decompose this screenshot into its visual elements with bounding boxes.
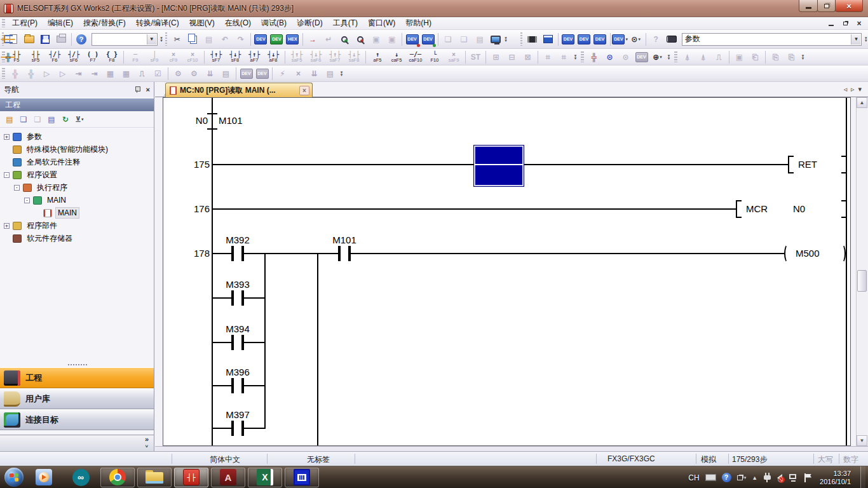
toolbar-overflow-icon[interactable]: ▾▾: [665, 50, 672, 64]
edit-row-icon[interactable]: ⊠: [520, 50, 535, 64]
or-rising-pulse-not-icon[interactable]: ┤↑├saF7: [326, 50, 344, 64]
horizontal-line-icon[interactable]: ─F9: [126, 50, 144, 64]
ladder-block-down-icon[interactable]: ⍋: [696, 50, 710, 64]
clear-icon[interactable]: ×: [291, 67, 306, 81]
tree-expander-icon[interactable]: +: [4, 134, 10, 140]
read-mode-icon[interactable]: ╬: [1, 57, 15, 58]
power-plug-icon[interactable]: [763, 473, 771, 482]
nav-new-icon[interactable]: ▤: [3, 113, 17, 126]
find-device-red-icon[interactable]: [353, 32, 367, 46]
taskbar-clock[interactable]: 13:37 2016/10/1: [820, 470, 851, 486]
horizontal-scrollbar[interactable]: [155, 446, 868, 451]
toolbar-overflow-icon[interactable]: ▾▾: [504, 32, 508, 46]
device-display-icon[interactable]: DEV: [634, 50, 649, 64]
redo-icon[interactable]: ↷: [233, 32, 248, 46]
show-desktop-button[interactable]: [860, 466, 865, 488]
window-cascade-icon[interactable]: ❏: [441, 32, 456, 46]
write-to-plc-icon[interactable]: DEV: [254, 32, 268, 46]
inline-st-icon[interactable]: ST: [468, 50, 483, 64]
list-view-icon[interactable]: ▤: [219, 67, 233, 81]
edit-column-icon[interactable]: ⊟: [505, 50, 519, 64]
timing-chart-icon[interactable]: ⎍: [135, 67, 149, 81]
tab-close-icon[interactable]: ×: [299, 86, 309, 95]
navigation-toggle-icon[interactable]: [1, 39, 15, 40]
taskbar-gxworks2[interactable]: ┤├: [174, 468, 208, 487]
tree-item-pou[interactable]: +程序部件: [0, 219, 154, 232]
menu-10[interactable]: 帮助(H): [400, 17, 437, 30]
tree-item-main-folder[interactable]: -MAIN: [0, 194, 154, 207]
sfc-block-icon[interactable]: ▦: [103, 67, 118, 81]
nav-copy-icon[interactable]: ❏: [17, 113, 31, 126]
invert-line-icon[interactable]: ─/─caF10: [407, 50, 424, 64]
menu-0[interactable]: 工程(P): [7, 17, 43, 30]
device-comment-icon[interactable]: DEV: [561, 32, 576, 46]
tree-item-program-setting[interactable]: -程序设置: [0, 168, 154, 181]
open-project-icon[interactable]: [22, 32, 37, 46]
network-icon[interactable]: [788, 473, 798, 482]
mdi-minimize-button[interactable]: [826, 18, 836, 28]
function-block-icon[interactable]: [525, 32, 539, 46]
sfc-sort-icon[interactable]: ▦: [119, 67, 133, 81]
tree-item-main-program[interactable]: +MAIN: [0, 207, 154, 219]
nav-filter-icon[interactable]: ⊻▾: [72, 113, 86, 126]
print-icon[interactable]: [54, 32, 69, 46]
delete-vline-icon[interactable]: ×cF10: [184, 50, 201, 64]
find-target-combo[interactable]: 参数▼: [682, 33, 862, 46]
nav-splitter[interactable]: [0, 362, 154, 367]
line-input-icon[interactable]: └F10: [426, 50, 444, 64]
statement-edit-icon[interactable]: ⌗: [557, 50, 571, 64]
find-binoculars-icon[interactable]: [665, 32, 679, 46]
partial-run2-icon[interactable]: ⇥: [87, 67, 102, 81]
watch-window-icon[interactable]: DEV▾: [613, 32, 627, 46]
toolbar-overflow-icon[interactable]: ▾▾: [159, 32, 164, 46]
close-contact-icon[interactable]: ┤/├F6: [46, 50, 64, 64]
vertical-scrollbar[interactable]: ▲ ▼: [856, 97, 867, 446]
nav-view-user-library[interactable]: 用户库: [0, 388, 154, 409]
tray-overflow-arrow[interactable]: ▲: [752, 475, 757, 481]
zoom-icon[interactable]: ⊕▾: [650, 50, 665, 64]
docking-icon[interactable]: ▤: [473, 32, 487, 46]
copy-icon[interactable]: [186, 32, 200, 46]
tool-b-icon[interactable]: ⚙: [187, 67, 201, 81]
branch-contact-m392[interactable]: [231, 246, 244, 261]
insert-rung-icon[interactable]: ╬: [8, 67, 22, 81]
device-batch-icon[interactable]: DEV: [593, 32, 607, 46]
help-icon[interactable]: ?: [74, 32, 89, 46]
delete-line-icon[interactable]: ×saF9: [445, 50, 463, 64]
check-program-icon[interactable]: ☑: [151, 67, 165, 81]
menu-1[interactable]: 编辑(E): [43, 17, 78, 30]
find-device-green-icon[interactable]: [337, 32, 351, 46]
monitor-mode2-icon[interactable]: ⊙: [602, 50, 617, 64]
undo-icon[interactable]: ↶: [217, 32, 232, 46]
nav-view-connection[interactable]: 连接目标: [0, 409, 154, 430]
stop-monitor-icon[interactable]: ↵: [321, 32, 336, 46]
tool-a-icon[interactable]: ⚙: [171, 67, 186, 81]
step-run-icon[interactable]: ▷: [39, 67, 54, 81]
invert-result-icon[interactable]: ↑aF5: [369, 50, 386, 64]
ladder-editor-canvas[interactable]: N0 M101 175 RET 176 MCR N0 178 M392M393M…: [163, 97, 851, 446]
keyboard-icon[interactable]: [705, 474, 716, 481]
start-button[interactable]: [3, 467, 25, 487]
menu-2[interactable]: 搜索/替换(F): [78, 17, 131, 30]
pin-icon[interactable]: [133, 86, 141, 93]
save-project-icon[interactable]: [38, 32, 53, 46]
tray-window-icon[interactable]: ▾: [737, 475, 747, 480]
device-test-icon[interactable]: DEV: [239, 67, 254, 81]
menu-7[interactable]: 诊断(D): [292, 17, 328, 30]
window-tile-icon[interactable]: ❏: [457, 32, 471, 46]
or-falling-pulse-icon[interactable]: ┤↓├aF8: [264, 50, 282, 64]
nav-view-project[interactable]: 工程: [0, 367, 154, 388]
action-center-flag-icon[interactable]: [804, 473, 811, 482]
or-rising-pulse-icon[interactable]: ┤↑├aF7: [245, 50, 263, 64]
monitor-write-mode-icon[interactable]: ⊙: [618, 50, 633, 64]
tree-expander-icon[interactable]: +: [4, 223, 10, 229]
nav-refresh-icon[interactable]: ↻: [58, 113, 72, 126]
vertical-line-icon[interactable]: │sF9: [146, 50, 163, 64]
toolbar-overflow-icon[interactable]: ▾▾: [864, 32, 868, 46]
device-memory-icon[interactable]: DEV: [577, 32, 592, 46]
mdi-close-button[interactable]: ×: [854, 18, 864, 28]
help-dim-icon[interactable]: ?: [649, 32, 663, 46]
menu-8[interactable]: 工具(T): [328, 17, 363, 30]
scan-icon[interactable]: ⇊: [307, 67, 322, 81]
nav-paste-icon[interactable]: ❏: [31, 113, 44, 126]
